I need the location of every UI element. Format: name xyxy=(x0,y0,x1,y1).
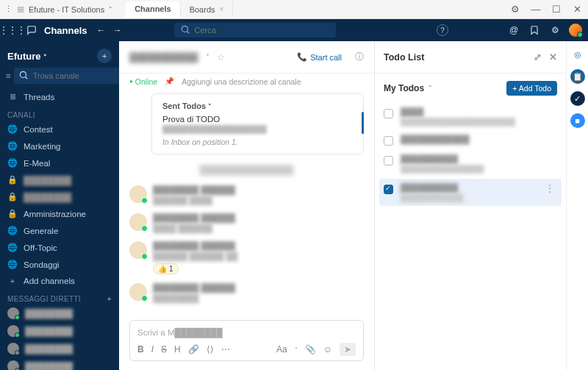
heading-icon[interactable]: H xyxy=(174,344,181,355)
channel-generale[interactable]: 🌐Generale xyxy=(0,222,119,239)
gear-icon[interactable]: ⚙ xyxy=(548,24,562,37)
checkbox[interactable] xyxy=(384,156,393,166)
checkbox-checked[interactable] xyxy=(384,185,393,194)
chevron-down-icon[interactable]: ˅ xyxy=(206,53,209,61)
pin-icon[interactable]: 📌 xyxy=(165,77,174,86)
new-button[interactable]: + xyxy=(97,49,112,63)
add-todo-button[interactable]: + Add Todo xyxy=(506,81,557,96)
attach-icon[interactable]: 📎 xyxy=(305,344,316,355)
settings-icon[interactable]: ⚙ xyxy=(509,4,522,15)
chat-pane: ███████████ ˅ ☆ 📞Start call ⓘ Online 📌 A… xyxy=(119,41,375,370)
more-icon[interactable]: ⋮ xyxy=(542,183,557,193)
tab-channels[interactable]: Channels xyxy=(126,1,181,18)
info-icon[interactable]: ⓘ xyxy=(355,51,364,63)
message-composer[interactable]: Scrivi a M████████ B I S H 🔗 ⟨⟩ ⋯ Aa˅ 📎 … xyxy=(129,320,364,361)
chevron-down-icon[interactable]: ˅ xyxy=(429,85,432,92)
sent-todos-label[interactable]: Sent Todos ˅ xyxy=(162,102,353,110)
italic-icon[interactable]: I xyxy=(151,344,154,355)
close-panel-icon[interactable]: ✕ xyxy=(549,51,557,63)
menu-dots-icon[interactable]: ⋮ xyxy=(4,4,12,14)
blurred-divider: ███████████████ xyxy=(129,165,364,175)
reaction[interactable]: 👍1 xyxy=(153,263,179,274)
app-topbar: ⋮⋮⋮ Channels ← → ? @ ⚙ xyxy=(0,19,588,41)
rail-icon-1[interactable]: ◎ xyxy=(570,47,585,62)
help-icon[interactable]: ? xyxy=(437,24,448,36)
threads-icon: ≣ xyxy=(7,92,18,102)
filter-icon[interactable]: ≡ xyxy=(6,68,11,84)
more-icon[interactable]: ⋯ xyxy=(221,344,230,355)
channel-amministrazione[interactable]: 🔒Amministrazione xyxy=(0,205,119,222)
bold-icon[interactable]: B xyxy=(137,344,144,355)
chevron-down-icon[interactable]: ˅ xyxy=(109,6,112,13)
global-search[interactable] xyxy=(174,23,336,38)
close-icon[interactable]: × xyxy=(220,5,224,13)
message-item[interactable]: ████████ ██████████ ██████ xyxy=(129,213,364,232)
dm-item[interactable]: ████████ xyxy=(0,305,119,322)
dm-item[interactable]: ████████ xyxy=(0,357,119,370)
nav-back-icon[interactable]: ← xyxy=(95,24,108,37)
accent-bar xyxy=(362,112,364,134)
bookmark-icon[interactable] xyxy=(528,24,541,37)
sidebar-search[interactable] xyxy=(14,68,119,84)
lock-icon: 🔒 xyxy=(7,192,18,202)
dm-item[interactable]: ████████ xyxy=(0,340,119,357)
user-avatar[interactable] xyxy=(569,24,582,37)
rail-icon-todo[interactable]: ✓ xyxy=(570,91,585,106)
rail-icon-video[interactable]: ■ xyxy=(570,113,585,128)
message-item[interactable]: ████████ ██████████████ xyxy=(129,283,364,302)
sidebar-workspace[interactable]: Efuture ˅ xyxy=(7,51,47,62)
start-call-button[interactable]: 📞Start call xyxy=(297,52,342,62)
app-grid-icon[interactable]: ▦ xyxy=(17,4,24,14)
todo-item[interactable]: ██████████████████████████ xyxy=(375,150,566,177)
send-button[interactable]: ➤ xyxy=(340,343,356,356)
nav-fwd-icon[interactable]: → xyxy=(111,24,124,37)
avatar xyxy=(129,213,147,231)
chevron-down-icon: ˅ xyxy=(43,54,47,61)
font-icon[interactable]: Aa xyxy=(276,344,287,355)
maximize-icon[interactable]: ☐ xyxy=(550,4,563,15)
my-todos-label[interactable]: My Todos xyxy=(384,83,424,93)
add-description[interactable]: Aggiungi una descrizione al canale xyxy=(182,77,301,86)
close-window-icon[interactable]: ✕ xyxy=(570,4,584,15)
right-rail: ◎ 📋 ✓ ■ xyxy=(566,41,588,370)
search-input[interactable] xyxy=(195,26,330,35)
tab-boards[interactable]: Boards× xyxy=(181,1,234,17)
avatar xyxy=(7,360,19,370)
message-item[interactable]: ████████ ████████████ ██████ ██👍1 xyxy=(129,241,364,274)
section-channels: CANALI xyxy=(0,105,119,121)
link-icon[interactable]: 🔗 xyxy=(188,344,199,355)
strike-icon[interactable]: S xyxy=(161,344,167,355)
plus-icon[interactable]: + xyxy=(107,295,112,303)
todo-item[interactable]: ██████████████████████████ xyxy=(375,103,566,130)
emoji-icon[interactable]: ☺ xyxy=(323,344,332,355)
todo-item[interactable]: ████████████ xyxy=(375,130,566,150)
svg-point-1 xyxy=(20,71,26,77)
todo-item-done[interactable]: ██████████████████████⋮ xyxy=(379,179,562,206)
globe-icon: 🌐 xyxy=(7,226,18,235)
minimize-icon[interactable]: — xyxy=(529,4,542,15)
sidebar-search-input[interactable] xyxy=(33,71,119,80)
expand-icon[interactable]: ⤢ xyxy=(534,51,542,63)
chat-title[interactable]: ███████████ xyxy=(129,52,198,63)
compose-input[interactable]: Scrivi a M████████ xyxy=(137,325,356,343)
rail-icon-calendar[interactable]: 📋 xyxy=(570,69,585,84)
code-icon[interactable]: ⟨⟩ xyxy=(207,344,214,355)
channel-offtopic[interactable]: 🌐Off-Topic xyxy=(0,239,119,256)
channel-sondaggi[interactable]: 🌐Sondaggi xyxy=(0,256,119,273)
channel-emeal[interactable]: 🌐E-Meal xyxy=(0,154,119,171)
mention-icon[interactable]: @ xyxy=(507,24,520,37)
checkbox[interactable] xyxy=(384,136,393,146)
add-channels[interactable]: +Add channels xyxy=(0,273,119,289)
grid-icon[interactable]: ⋮⋮⋮ xyxy=(6,24,19,37)
channel-contest[interactable]: 🌐Contest xyxy=(0,121,119,138)
chat-icon[interactable] xyxy=(25,24,38,37)
channel-marketing[interactable]: 🌐Marketing xyxy=(0,138,119,154)
channel-private-2[interactable]: 🔒████████ xyxy=(0,188,119,205)
dm-item[interactable]: ████████ xyxy=(0,322,119,340)
checkbox[interactable] xyxy=(384,109,393,118)
star-icon[interactable]: ☆ xyxy=(217,52,225,63)
svg-point-0 xyxy=(182,26,187,32)
channel-private-1[interactable]: 🔒████████ xyxy=(0,171,119,188)
message-item[interactable]: ████████ ████████████ ████ xyxy=(129,185,364,204)
sidebar-threads[interactable]: ≣ Threads xyxy=(0,88,119,105)
